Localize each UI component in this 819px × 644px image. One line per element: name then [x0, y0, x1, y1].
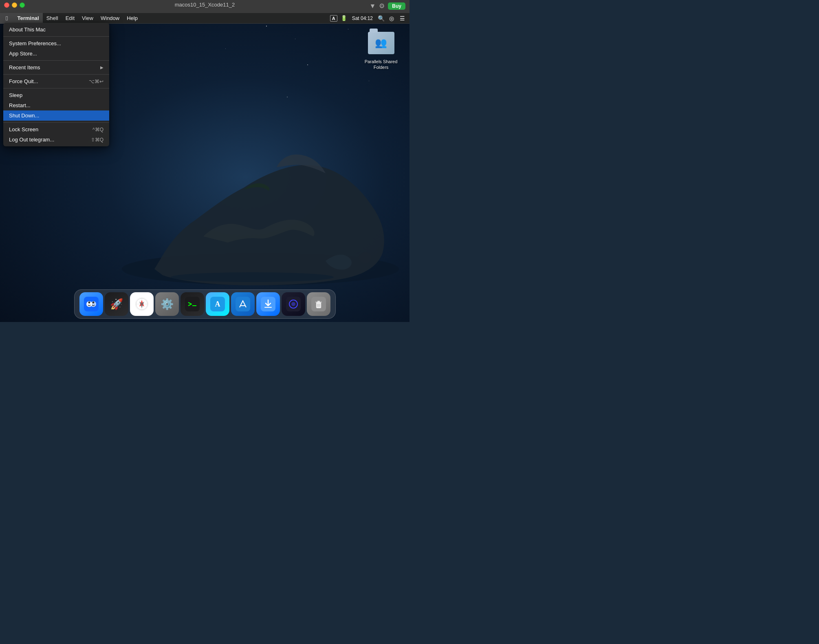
dock-xcode[interactable] [231, 292, 255, 316]
menubar-left:  Terminal Shell Edit View Window Help [0, 13, 330, 24]
submenu-arrow: ▶ [100, 65, 103, 70]
header-right-controls: ▼ ⚙ Buy [369, 2, 405, 10]
traffic-lights [4, 2, 25, 8]
edit-menu[interactable]: Edit [62, 13, 78, 24]
svg-point-5 [88, 302, 90, 304]
island-silhouette [122, 114, 399, 285]
separator-5 [3, 122, 109, 123]
battery-icon[interactable]: 🔋 [340, 14, 348, 22]
buy-button[interactable]: Buy [388, 2, 405, 10]
parallels-label: Parallels SharedFolders [365, 59, 398, 71]
airdrop-icon[interactable]: ◎ [387, 14, 396, 22]
finder-icon [79, 292, 103, 316]
separator-3 [3, 74, 109, 75]
shell-menu[interactable]: Shell [43, 13, 62, 24]
svg-point-6 [92, 302, 94, 304]
apple-menu-trigger[interactable]:  [0, 13, 13, 24]
launchpad-icon: 🚀 [105, 292, 128, 316]
svg-rect-13 [185, 297, 200, 311]
maximize-button[interactable] [20, 2, 25, 8]
log-out-shortcut: ⇧⌘Q [91, 137, 103, 143]
svg-rect-26 [317, 301, 320, 302]
xcode-icon [231, 292, 255, 316]
safari-icon [130, 292, 154, 316]
dock-system-preferences[interactable]: ⚙️ [155, 292, 179, 316]
minimize-button[interactable] [12, 2, 17, 8]
separator-2 [3, 60, 109, 61]
menubar-right: A 🔋 Sat 04:12 🔍 ◎ ☰ [330, 14, 410, 22]
parallels-dock-icon [282, 292, 305, 316]
control-center-icon[interactable]: ☰ [398, 14, 406, 22]
lock-screen-shortcut: ^⌘Q [92, 127, 103, 132]
svg-rect-17 [236, 297, 250, 311]
gear-icon[interactable]: ⚙ [379, 2, 385, 10]
log-out-item[interactable]: Log Out telegram... ⇧⌘Q [3, 135, 109, 145]
terminal-menu[interactable]: Terminal [13, 13, 42, 24]
window-menu[interactable]: Window [97, 13, 123, 24]
system-preferences-icon: ⚙️ [155, 292, 179, 316]
dock-terminal[interactable] [181, 292, 204, 316]
trash-icon [307, 292, 330, 316]
downloads-icon [256, 292, 280, 316]
help-menu[interactable]: Help [123, 13, 141, 24]
app-store-item[interactable]: App Store... [3, 49, 109, 59]
parallels-folder-icon: 👥 [367, 29, 395, 57]
svg-point-1 [171, 272, 334, 282]
menubar:  Terminal Shell Edit View Window Help A… [0, 13, 410, 24]
force-quit-item[interactable]: Force Quit... ⌥⌘↩ [3, 76, 109, 86]
sleep-item[interactable]: Sleep [3, 90, 109, 100]
apple-menu-dropdown: About This Mac System Preferences... App… [3, 23, 109, 146]
dock-safari[interactable] [130, 292, 154, 316]
svg-text:A: A [215, 300, 220, 308]
lock-screen-item[interactable]: Lock Screen ^⌘Q [3, 124, 109, 135]
terminal-icon [181, 292, 204, 316]
recent-items-item[interactable]: Recent Items ▶ [3, 62, 109, 73]
window-title: macos10_15_Xcode11_2 [175, 2, 235, 8]
dock-trash[interactable] [307, 292, 330, 316]
dock: 🚀 ⚙️ [74, 289, 336, 319]
restart-item[interactable]: Restart... [3, 100, 109, 110]
shut-down-item[interactable]: Shut Down... [3, 110, 109, 121]
system-preferences-item[interactable]: System Preferences... [3, 38, 109, 49]
close-button[interactable] [4, 2, 9, 8]
separator-1 [3, 36, 109, 37]
keyboard-icon[interactable]: A [330, 15, 337, 22]
view-menu[interactable]: View [78, 13, 97, 24]
about-this-mac-item[interactable]: About This Mac [3, 24, 109, 35]
folder-shape: 👥 [368, 32, 394, 54]
dock-downloads[interactable] [256, 292, 280, 316]
dropdown-arrow[interactable]: ▼ [369, 2, 376, 10]
dock-parallels[interactable] [282, 292, 305, 316]
dock-launchpad[interactable]: 🚀 [105, 292, 128, 316]
apple-logo:  [6, 15, 8, 22]
people-icon: 👥 [375, 37, 387, 49]
window-titlebar: macos10_15_Xcode11_2 ▼ ⚙ Buy [0, 0, 410, 13]
separator-4 [3, 88, 109, 88]
dock-finder[interactable] [79, 292, 103, 316]
search-icon[interactable]: 🔍 [377, 14, 385, 22]
app-store-icon: A [206, 292, 229, 316]
parallels-shared-folders-icon[interactable]: 👥 Parallels SharedFolders [361, 29, 401, 71]
dock-app-store[interactable]: A [206, 292, 229, 316]
force-quit-shortcut: ⌥⌘↩ [89, 79, 103, 84]
clock: Sat 04:12 [350, 14, 374, 22]
svg-point-22 [291, 302, 295, 306]
